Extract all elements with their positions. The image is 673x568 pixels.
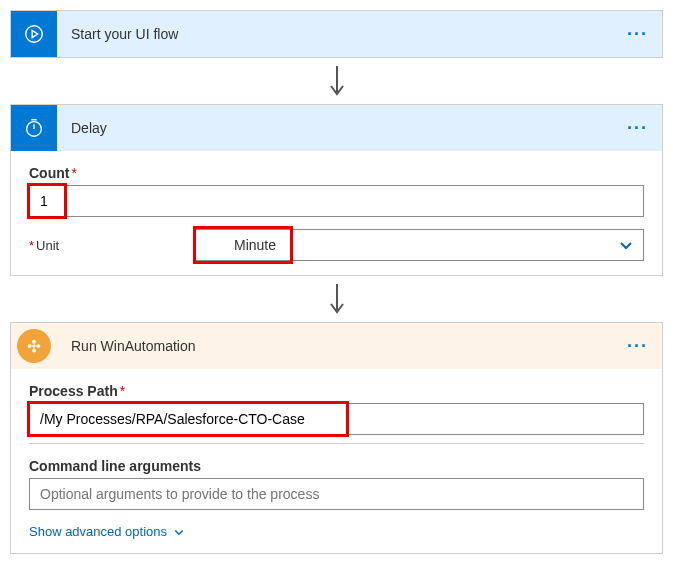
card-title: Delay xyxy=(57,120,627,136)
chevron-down-icon xyxy=(618,237,634,257)
count-input[interactable] xyxy=(29,185,644,217)
connector-arrow xyxy=(10,276,663,322)
card-start-ui-flow: Start your UI flow ··· xyxy=(10,10,663,58)
play-icon xyxy=(11,11,57,57)
svg-point-9 xyxy=(32,349,36,353)
chevron-down-icon xyxy=(173,526,185,538)
timer-icon xyxy=(11,105,57,151)
more-menu-icon[interactable]: ··· xyxy=(627,118,648,139)
card-header[interactable]: Start your UI flow ··· xyxy=(11,11,662,57)
card-header[interactable]: Run WinAutomation ··· xyxy=(11,323,662,369)
svg-point-6 xyxy=(28,344,32,348)
process-path-label: Process Path xyxy=(29,383,644,399)
connector-arrow xyxy=(10,58,663,104)
card-header[interactable]: Delay ··· xyxy=(11,105,662,151)
cmd-args-input[interactable]: Optional arguments to provide to the pro… xyxy=(29,478,644,510)
automation-icon xyxy=(17,329,51,363)
more-menu-icon[interactable]: ··· xyxy=(627,336,648,357)
unit-select[interactable]: Minute xyxy=(193,229,644,261)
svg-point-8 xyxy=(32,340,36,344)
card-title: Start your UI flow xyxy=(57,26,627,42)
card-title: Run WinAutomation xyxy=(57,338,627,354)
cmd-args-label: Command line arguments xyxy=(29,458,644,474)
count-label: Count xyxy=(29,165,644,181)
process-path-input[interactable] xyxy=(29,403,644,435)
card-body: Process Path Command line arguments Opti… xyxy=(11,369,662,553)
show-advanced-link[interactable]: Show advanced options xyxy=(29,524,644,539)
unit-value: Minute xyxy=(234,237,276,253)
card-run-winautomation: Run WinAutomation ··· Process Path Comma… xyxy=(10,322,663,554)
card-body: Count Unit Minute xyxy=(11,151,662,275)
svg-point-2 xyxy=(27,122,42,137)
svg-point-0 xyxy=(26,26,43,43)
unit-label: Unit xyxy=(29,238,179,253)
svg-point-7 xyxy=(37,344,41,348)
more-menu-icon[interactable]: ··· xyxy=(627,24,648,45)
card-delay: Delay ··· Count Unit Minute xyxy=(10,104,663,276)
